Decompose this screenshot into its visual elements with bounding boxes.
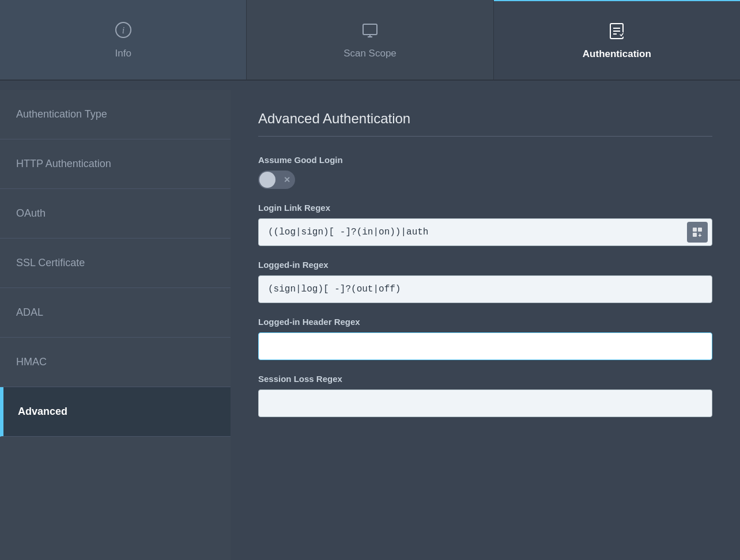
regex-helper-button[interactable]: +	[687, 222, 708, 243]
toggle-x-icon: ✕	[284, 175, 290, 184]
panel-title: Advanced Authentication	[258, 111, 712, 127]
logged-in-header-regex-input[interactable]	[258, 332, 712, 360]
logged-in-header-regex-group: Logged-in Header Regex	[258, 317, 712, 360]
login-link-regex-input[interactable]	[258, 218, 712, 246]
login-link-regex-wrapper: +	[258, 218, 712, 246]
login-link-regex-label: Login Link Regex	[258, 203, 712, 213]
assume-good-login-group: Assume Good Login ✕	[258, 155, 712, 189]
svg-rect-10	[693, 228, 697, 232]
svg-rect-11	[698, 228, 702, 232]
tab-authentication-label: Authentication	[583, 48, 651, 60]
svg-rect-12	[693, 233, 697, 237]
sidebar-item-ssl-certificate[interactable]: SSL Certificate	[0, 239, 231, 288]
logged-in-header-regex-wrapper	[258, 332, 712, 360]
section-divider	[258, 136, 712, 137]
session-loss-regex-group: Session Loss Regex	[258, 374, 712, 417]
assume-good-login-toggle[interactable]: ✕	[258, 171, 295, 189]
sidebar-item-adal[interactable]: ADAL	[0, 288, 231, 338]
session-loss-regex-label: Session Loss Regex	[258, 374, 712, 384]
sidebar-item-oauth[interactable]: OAuth	[0, 189, 231, 239]
sidebar-item-http-authentication[interactable]: HTTP Authentication	[0, 139, 231, 189]
sidebar-item-advanced[interactable]: Advanced	[0, 387, 231, 437]
tab-scan-scope-label: Scan Scope	[343, 48, 397, 59]
logged-in-regex-wrapper	[258, 275, 712, 303]
tab-bar: i Info Scan Scope Authentication	[0, 0, 740, 81]
login-link-regex-group: Login Link Regex +	[258, 203, 712, 246]
right-panel: Advanced Authentication Assume Good Logi…	[231, 90, 740, 560]
info-icon: i	[114, 21, 133, 42]
authentication-icon	[607, 21, 626, 43]
svg-point-9	[618, 32, 624, 37]
toggle-knob	[259, 172, 275, 188]
tab-info-label: Info	[115, 48, 131, 59]
session-loss-regex-input[interactable]	[258, 389, 712, 417]
tab-info[interactable]: i Info	[0, 0, 247, 80]
scan-scope-icon	[361, 21, 379, 42]
logged-in-regex-group: Logged-in Regex	[258, 260, 712, 303]
assume-good-login-label: Assume Good Login	[258, 155, 712, 165]
session-loss-regex-wrapper	[258, 389, 712, 417]
sidebar-item-hmac[interactable]: HMAC	[0, 338, 231, 387]
tab-scan-scope[interactable]: Scan Scope	[247, 0, 493, 80]
logged-in-regex-label: Logged-in Regex	[258, 260, 712, 270]
grid-plus-icon: +	[692, 226, 703, 238]
svg-rect-2	[363, 24, 377, 35]
svg-text:+: +	[699, 232, 702, 238]
tab-authentication[interactable]: Authentication	[494, 0, 740, 80]
sidebar: Authentication Type HTTP Authentication …	[0, 90, 231, 560]
sidebar-item-authentication-type[interactable]: Authentication Type	[0, 90, 231, 139]
logged-in-header-regex-label: Logged-in Header Regex	[258, 317, 712, 327]
main-content: Authentication Type HTTP Authentication …	[0, 90, 740, 560]
assume-good-login-toggle-container: ✕	[258, 171, 712, 189]
svg-text:i: i	[122, 25, 124, 35]
logged-in-regex-input[interactable]	[258, 275, 712, 303]
